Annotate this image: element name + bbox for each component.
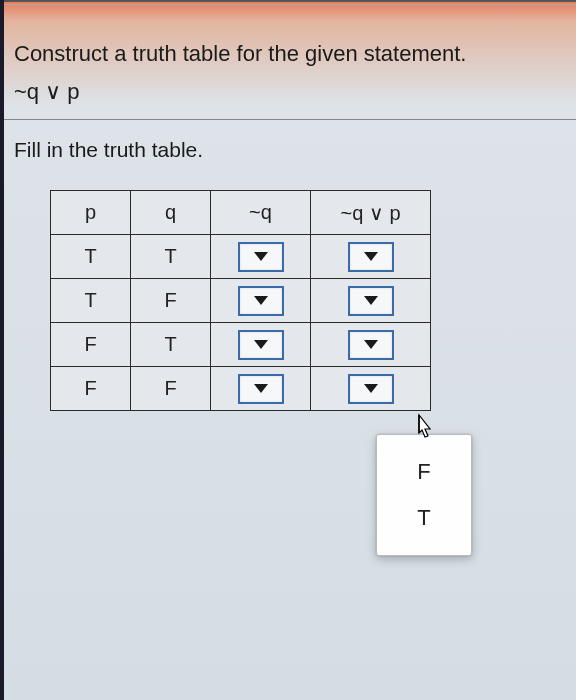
cell-not-q xyxy=(211,323,311,367)
truth-table: p q ~q ~q ∨ p T T xyxy=(50,190,431,411)
cell-not-q-or-p xyxy=(311,323,431,367)
chevron-down-icon xyxy=(254,384,268,393)
cell-not-q-or-p xyxy=(311,235,431,279)
table-header-row: p q ~q ~q ∨ p xyxy=(51,191,431,235)
chevron-down-icon xyxy=(364,384,378,393)
cell-not-q xyxy=(211,235,311,279)
dropdown-not-q-row2[interactable] xyxy=(238,286,284,316)
table-row: T T xyxy=(51,235,431,279)
cell-q: T xyxy=(131,323,211,367)
chevron-down-icon xyxy=(364,252,378,261)
cell-q: F xyxy=(131,367,211,411)
cell-p: F xyxy=(51,367,131,411)
cell-q: T xyxy=(131,235,211,279)
dropdown-not-q-row4[interactable] xyxy=(238,374,284,404)
cell-p: T xyxy=(51,279,131,323)
truth-table-wrap: p q ~q ~q ∨ p T T xyxy=(50,190,562,411)
chevron-down-icon xyxy=(254,252,268,261)
dropdown-option-f[interactable]: F xyxy=(377,449,471,495)
dropdown-nqvp-row1[interactable] xyxy=(348,242,394,272)
fill-instruction: Fill in the truth table. xyxy=(14,138,562,162)
chevron-down-icon xyxy=(254,340,268,349)
table-row: F T xyxy=(51,323,431,367)
cell-not-q xyxy=(211,367,311,411)
dropdown-option-t[interactable]: T xyxy=(377,495,471,541)
cell-p: F xyxy=(51,323,131,367)
divider xyxy=(0,119,576,120)
dropdown-nqvp-row3[interactable] xyxy=(348,330,394,360)
cell-not-q xyxy=(211,279,311,323)
chevron-down-icon xyxy=(254,296,268,305)
dropdown-menu-open: F T xyxy=(376,434,472,556)
sub-divider xyxy=(0,4,576,5)
window-left-edge xyxy=(0,0,4,700)
cell-not-q-or-p xyxy=(311,279,431,323)
dropdown-not-q-row1[interactable] xyxy=(238,242,284,272)
header-p: p xyxy=(51,191,131,235)
chevron-down-icon xyxy=(364,296,378,305)
cell-p: T xyxy=(51,235,131,279)
instruction-text: Construct a truth table for the given st… xyxy=(14,41,562,67)
top-divider xyxy=(0,0,576,2)
chevron-down-icon xyxy=(364,340,378,349)
question-content: Construct a truth table for the given st… xyxy=(0,21,576,411)
dropdown-nqvp-row2[interactable] xyxy=(348,286,394,316)
dropdown-not-q-row3[interactable] xyxy=(238,330,284,360)
header-not-q-or-p: ~q ∨ p xyxy=(311,191,431,235)
header-q: q xyxy=(131,191,211,235)
header-not-q: ~q xyxy=(211,191,311,235)
dropdown-nqvp-row4[interactable] xyxy=(348,374,394,404)
table-row: F F xyxy=(51,367,431,411)
cell-q: F xyxy=(131,279,211,323)
expression-text: ~q ∨ p xyxy=(14,79,562,105)
table-row: T F xyxy=(51,279,431,323)
cell-not-q-or-p xyxy=(311,367,431,411)
